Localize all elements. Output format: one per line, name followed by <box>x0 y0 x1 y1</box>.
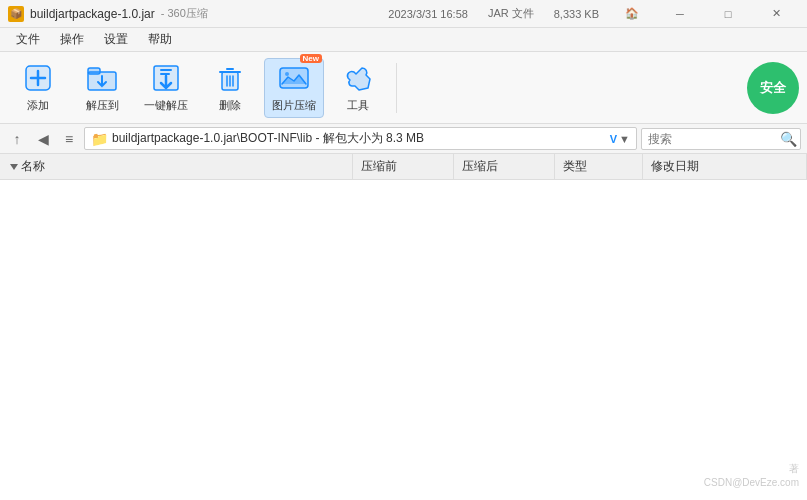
app-icon: 📦 <box>8 6 24 22</box>
menu-ops[interactable]: 操作 <box>52 29 92 50</box>
window-controls: 🏠 ─ □ ✕ <box>609 0 799 28</box>
file-table-header: 名称 压缩前 压缩后 类型 修改日期 <box>0 154 807 180</box>
menu-help[interactable]: 帮助 <box>140 29 180 50</box>
image-compress-button[interactable]: 图片压缩 <box>264 58 324 118</box>
image-compress-label: 图片压缩 <box>272 98 316 113</box>
title-filename: buildjartpackage-1.0.jar <box>30 7 155 21</box>
add-button[interactable]: 添加 <box>8 58 68 118</box>
addr-dropdown[interactable]: V ▼ <box>610 133 630 145</box>
title-filesize: 8,333 KB <box>554 8 599 20</box>
address-path[interactable]: 📁 buildjartpackage-1.0.jar\BOOT-INF\lib … <box>84 127 637 150</box>
extract-one-icon <box>150 62 182 94</box>
title-app: - 360压缩 <box>161 6 208 21</box>
tools-label: 工具 <box>347 98 369 113</box>
file-table: 名称 压缩前 压缩后 类型 修改日期 <box>0 154 807 180</box>
svg-rect-10 <box>280 68 308 88</box>
col-header-date[interactable]: 修改日期 <box>643 154 807 180</box>
nav-list-btn[interactable]: ≡ <box>58 128 80 150</box>
menu-file[interactable]: 文件 <box>8 29 48 50</box>
extract-to-label: 解压到 <box>86 98 119 113</box>
title-bar: 📦 buildjartpackage-1.0.jar - 360压缩 2023/… <box>0 0 807 28</box>
main-content: 名称 压缩前 压缩后 类型 修改日期 <box>0 154 807 500</box>
delete-label: 删除 <box>219 98 241 113</box>
toolbar-right: 安全 <box>747 62 799 114</box>
title-bar-right: 2023/3/31 16:58 JAR 文件 8,333 KB <box>388 6 599 21</box>
safe-button[interactable]: 安全 <box>747 62 799 114</box>
svg-point-12 <box>285 72 289 76</box>
sort-indicator <box>10 164 18 170</box>
path-icon: 📁 <box>91 131 108 147</box>
image-compress-wrapper: 图片压缩 New <box>264 58 324 118</box>
svg-rect-4 <box>88 68 100 74</box>
file-list-container[interactable]: 名称 压缩前 压缩后 类型 修改日期 <box>0 154 807 500</box>
toolbar-separator <box>396 63 397 113</box>
title-bar-left: 📦 buildjartpackage-1.0.jar - 360压缩 <box>8 6 388 22</box>
col-header-after[interactable]: 压缩后 <box>454 154 555 180</box>
image-compress-icon <box>278 62 310 94</box>
search-input[interactable] <box>641 128 801 150</box>
title-filetype: JAR 文件 <box>488 6 534 21</box>
tools-icon <box>342 62 374 94</box>
dropdown-v[interactable]: V <box>610 133 617 145</box>
tools-button[interactable]: 工具 <box>328 58 388 118</box>
col-header-name[interactable]: 名称 <box>0 154 353 180</box>
search-icon[interactable]: 🔍 <box>780 131 797 147</box>
menu-settings[interactable]: 设置 <box>96 29 136 50</box>
new-badge: New <box>300 54 322 63</box>
menu-bar: 文件 操作 设置 帮助 <box>0 28 807 52</box>
add-icon <box>22 62 54 94</box>
col-header-before[interactable]: 压缩前 <box>353 154 454 180</box>
toolbar: 添加 解压到 一键解压 <box>0 52 807 124</box>
search-wrap: 🔍 <box>641 128 801 150</box>
delete-icon <box>214 62 246 94</box>
nav-up-btn[interactable]: ↑ <box>6 128 28 150</box>
home-btn[interactable]: 🏠 <box>609 0 655 28</box>
add-label: 添加 <box>27 98 49 113</box>
maximize-btn[interactable]: □ <box>705 0 751 28</box>
extract-to-icon <box>86 62 118 94</box>
title-date: 2023/3/31 16:58 <box>388 8 468 20</box>
extract-to-button[interactable]: 解压到 <box>72 58 132 118</box>
address-bar: ↑ ◀ ≡ 📁 buildjartpackage-1.0.jar\BOOT-IN… <box>0 124 807 154</box>
path-text: buildjartpackage-1.0.jar\BOOT-INF\lib - … <box>112 130 424 147</box>
delete-button[interactable]: 删除 <box>200 58 260 118</box>
close-btn[interactable]: ✕ <box>753 0 799 28</box>
extract-one-label: 一键解压 <box>144 98 188 113</box>
col-header-type[interactable]: 类型 <box>554 154 642 180</box>
nav-back-btn[interactable]: ◀ <box>32 128 54 150</box>
minimize-btn[interactable]: ─ <box>657 0 703 28</box>
extract-one-button[interactable]: 一键解压 <box>136 58 196 118</box>
dropdown-arrow[interactable]: ▼ <box>619 133 630 145</box>
